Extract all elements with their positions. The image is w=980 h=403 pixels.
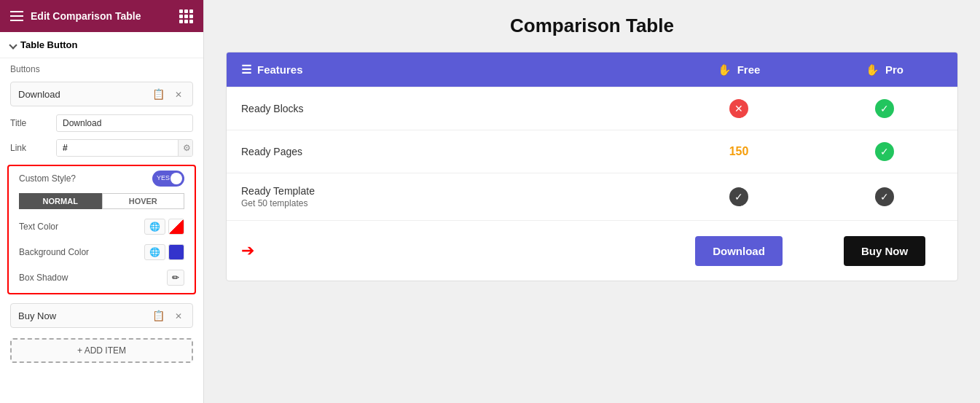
panel-title: Edit Comparison Table — [31, 10, 141, 22]
bg-color-label: Background Color — [19, 247, 89, 257]
table-row-ready-pages: Ready Pages 150 ✓ — [227, 130, 957, 173]
toggle-yes-label: YES — [157, 174, 170, 181]
hand-free-icon: ✋ — [718, 63, 732, 77]
pro-ready-blocks: ✓ — [812, 87, 957, 130]
bg-color-swatch[interactable] — [168, 244, 184, 260]
panel-header: Edit Comparison Table — [0, 0, 203, 32]
free-ready-template: ✓ — [666, 176, 812, 218]
state-tab-hover[interactable]: HOVER — [102, 193, 185, 209]
table-header-row: ☰ Features ✋ Free ✋ Pro — [227, 52, 957, 87]
check-green-icon: ✓ — [875, 99, 894, 118]
button-item-download-label: Download — [18, 89, 60, 100]
check-dark-icon-free: ✓ — [729, 187, 748, 206]
free-ready-pages: 150 — [666, 133, 812, 170]
link-gear-icon[interactable] — [178, 140, 193, 156]
download-button[interactable]: Download — [695, 236, 783, 266]
button-item-download-actions — [149, 87, 185, 101]
th-features: ☰ Features — [227, 52, 666, 87]
title-field-input[interactable] — [56, 114, 193, 132]
custom-style-label: Custom Style? — [19, 173, 76, 184]
bg-color-controls — [144, 244, 184, 260]
pro-ready-pages: ✓ — [812, 130, 957, 173]
hamburger-icon[interactable] — [10, 11, 23, 21]
text-color-label: Text Color — [19, 222, 58, 232]
check-dark-icon-pro: ✓ — [875, 187, 894, 206]
add-item-button[interactable]: + ADD ITEM — [10, 338, 193, 363]
custom-style-toggle[interactable]: YES — [152, 171, 184, 187]
text-color-swatch[interactable] — [168, 219, 184, 235]
feature-ready-blocks: Ready Blocks — [227, 91, 666, 126]
panel-header-left: Edit Comparison Table — [10, 10, 141, 22]
copy-buynow-button[interactable] — [149, 308, 168, 323]
text-color-globe-button[interactable] — [144, 219, 165, 235]
box-shadow-edit-button[interactable] — [167, 270, 184, 286]
delete-buynow-button[interactable] — [172, 308, 185, 323]
th-free-label: Free — [737, 63, 761, 76]
delete-download-button[interactable] — [172, 87, 185, 101]
button-item-buynow-actions — [149, 308, 185, 323]
left-panel: Edit Comparison Table Table Button Butto… — [0, 0, 204, 403]
feature-ready-pages: Ready Pages — [227, 134, 666, 169]
copy-download-button[interactable] — [149, 87, 168, 101]
th-pro-label: Pro — [885, 63, 903, 76]
custom-style-inner: Custom Style? YES NORMAL HOVER Text Colo… — [19, 171, 184, 289]
cross-icon: ✕ — [729, 99, 748, 118]
custom-style-section: Custom Style? YES NORMAL HOVER Text Colo… — [7, 165, 196, 294]
page-title: Comparison Table — [226, 15, 958, 37]
link-field-wrapper — [56, 139, 193, 157]
hand-pro-icon: ✋ — [866, 63, 879, 77]
section-label: Table Button — [20, 39, 77, 50]
button-item-buynow: Buy Now — [10, 303, 193, 328]
bg-color-row: Background Color — [19, 241, 184, 263]
right-content: Comparison Table ☰ Features ✋ Free ✋ Pro… — [204, 0, 980, 403]
footer-empty-cell: ➔ — [227, 231, 666, 270]
link-field-input[interactable] — [57, 140, 178, 156]
pro-ready-template: ✓ — [812, 176, 957, 218]
th-pro: ✋ Pro — [812, 53, 957, 87]
state-tab-normal[interactable]: NORMAL — [19, 193, 102, 209]
th-free: ✋ Free — [666, 53, 812, 87]
buttons-label: Buttons — [0, 58, 203, 77]
check-green-icon-pages: ✓ — [875, 142, 894, 161]
footer-download-col: Download — [666, 236, 812, 266]
feature-ready-template: Ready Template Get 50 templates — [227, 173, 666, 220]
buynow-button[interactable]: Buy Now — [844, 236, 925, 266]
custom-style-header: Custom Style? YES — [19, 171, 184, 187]
box-shadow-row: Box Shadow — [19, 267, 184, 289]
title-field-row: Title — [0, 111, 203, 136]
title-field-label: Title — [10, 118, 50, 128]
th-features-label: Features — [257, 63, 303, 76]
bg-color-globe-button[interactable] — [144, 244, 165, 260]
box-shadow-label: Box Shadow — [19, 273, 68, 283]
text-color-controls — [144, 219, 184, 235]
button-item-download: Download — [10, 82, 193, 106]
table-footer-row: ➔ Download Buy Now — [227, 220, 957, 281]
table-row-ready-blocks: Ready Blocks ✕ ✓ — [227, 87, 957, 130]
state-tabs: NORMAL HOVER — [19, 193, 184, 209]
free-ready-blocks: ✕ — [666, 87, 812, 130]
footer-buynow-col: Buy Now — [812, 236, 957, 266]
arrow-right-icon: ➔ — [241, 241, 254, 260]
link-field-label: Link — [10, 143, 50, 153]
list-icon: ☰ — [241, 63, 251, 77]
free-pages-number: 150 — [729, 145, 749, 158]
grid-icon[interactable] — [179, 9, 193, 23]
comparison-table: ☰ Features ✋ Free ✋ Pro Ready Blocks ✕ ✓ — [226, 52, 958, 281]
button-item-buynow-label: Buy Now — [18, 310, 56, 321]
text-color-row: Text Color — [19, 216, 184, 238]
section-header[interactable]: Table Button — [0, 32, 203, 58]
table-row-ready-template: Ready Template Get 50 templates ✓ ✓ — [227, 173, 957, 220]
link-field-row: Link — [0, 136, 203, 160]
chevron-down-icon — [9, 41, 17, 49]
